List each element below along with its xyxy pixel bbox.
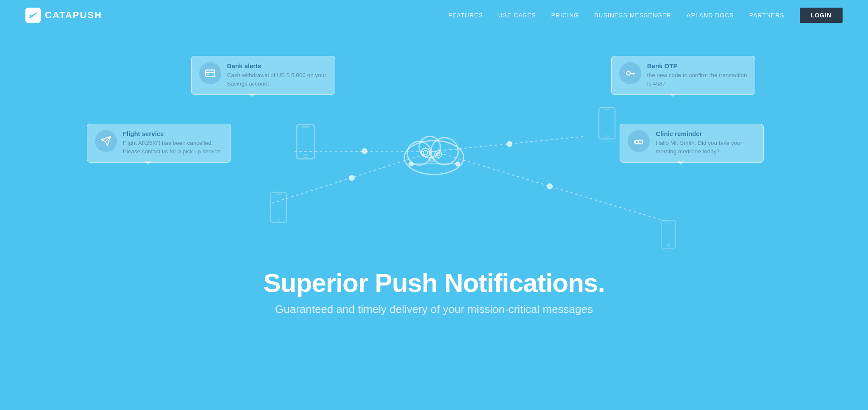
nav-partners[interactable]: PARTNERS [749, 12, 785, 19]
nav-use-cases[interactable]: USE CASES [498, 12, 536, 19]
pill-icon [633, 136, 644, 147]
svg-rect-51 [207, 74, 209, 75]
bank-alerts-icon-circle [199, 62, 221, 84]
svg-rect-44 [604, 109, 610, 110]
svg-rect-47 [665, 222, 671, 222]
key-icon [625, 68, 636, 79]
hero-text-block: Superior Push Notifications. Guaranteed … [178, 268, 690, 316]
cloud-center [396, 124, 472, 179]
flight-text: Flight service Flight AR25XR has been ca… [123, 130, 223, 156]
clinic-text: Clinic reminder Hallo Mr. Smith. Did you… [656, 130, 756, 156]
diagram-area: Bank alerts Cash withdrawal of US $ 5.00… [0, 39, 868, 263]
phone-top-right [598, 107, 616, 141]
clinic-reminder-card: Clinic reminder Hallo Mr. Smith. Did you… [620, 124, 764, 163]
svg-point-42 [277, 219, 280, 222]
svg-point-45 [606, 135, 609, 138]
phone-bot-left [269, 191, 288, 225]
bank-otp-text: Bank OTP the new code to confirm the tra… [647, 62, 747, 89]
svg-point-39 [304, 154, 307, 158]
bank-otp-icon-circle [619, 62, 641, 84]
svg-line-21 [422, 149, 423, 150]
svg-rect-49 [206, 70, 215, 76]
hero-headline: Superior Push Notifications. [263, 268, 605, 298]
svg-point-16 [423, 150, 428, 155]
svg-rect-41 [275, 194, 282, 195]
svg-rect-37 [297, 125, 314, 159]
flight-icon-circle [95, 130, 117, 152]
bank-otp-card: Bank OTP the new code to confirm the tra… [611, 56, 755, 95]
svg-rect-40 [270, 192, 287, 222]
bank-otp-body: the new code to confirm the transaction … [647, 71, 747, 89]
main-nav: FEATURES USE CASES PRICING BUSINESS MESS… [448, 8, 843, 23]
svg-point-32 [431, 158, 433, 161]
login-button[interactable]: LOGIN [800, 8, 843, 23]
clinic-title: Clinic reminder [656, 130, 756, 137]
logo-icon [25, 8, 41, 23]
bank-alerts-text: Bank alerts Cash withdrawal of US $ 5.00… [227, 62, 327, 89]
svg-line-24 [422, 155, 423, 156]
nav-api-docs[interactable]: API AND DOCS [687, 12, 734, 19]
credit-card-icon [205, 68, 216, 79]
flight-title: Flight service [123, 130, 223, 137]
nav-business-messenger[interactable]: BUSINESS MESSENGER [594, 12, 671, 19]
phone-bot-right [660, 219, 677, 251]
svg-point-4 [362, 148, 367, 154]
flight-service-card: Flight service Flight AR25XR has been ca… [87, 124, 231, 163]
plane-icon [100, 136, 111, 147]
clinic-icon-circle [628, 130, 650, 152]
svg-line-22 [428, 155, 429, 156]
bank-alerts-card: Bank alerts Cash withdrawal of US $ 5.00… [191, 56, 335, 95]
svg-point-6 [506, 141, 512, 147]
flight-body: Flight AR25XR has been cancelled. Please… [123, 139, 223, 156]
svg-point-52 [626, 72, 630, 75]
svg-rect-43 [599, 108, 615, 139]
svg-line-23 [428, 149, 429, 150]
clinic-body: Hallo Mr. Smith. Did you take your morni… [656, 139, 756, 156]
svg-point-5 [349, 175, 355, 181]
svg-point-7 [547, 183, 553, 189]
nav-pricing[interactable]: PRICING [551, 12, 579, 19]
svg-point-11 [404, 141, 464, 175]
svg-rect-46 [661, 220, 676, 248]
hero-section: Bank alerts Cash withdrawal of US $ 5.00… [0, 30, 868, 352]
bank-alerts-body: Cash withdrawal of US $ 5.000 on your Sa… [227, 71, 327, 89]
phone-top-left [295, 124, 316, 161]
bank-alerts-title: Bank alerts [227, 62, 327, 69]
hero-subline: Guaranteed and timely delivery of your m… [263, 303, 605, 316]
svg-rect-38 [302, 126, 309, 127]
svg-point-57 [636, 141, 639, 144]
nav-features[interactable]: FEATURES [448, 12, 483, 19]
svg-point-48 [667, 244, 670, 247]
bank-otp-title: Bank OTP [647, 62, 747, 69]
logo-text: CATAPUSH [45, 10, 102, 21]
logo[interactable]: CATAPUSH [25, 8, 102, 23]
